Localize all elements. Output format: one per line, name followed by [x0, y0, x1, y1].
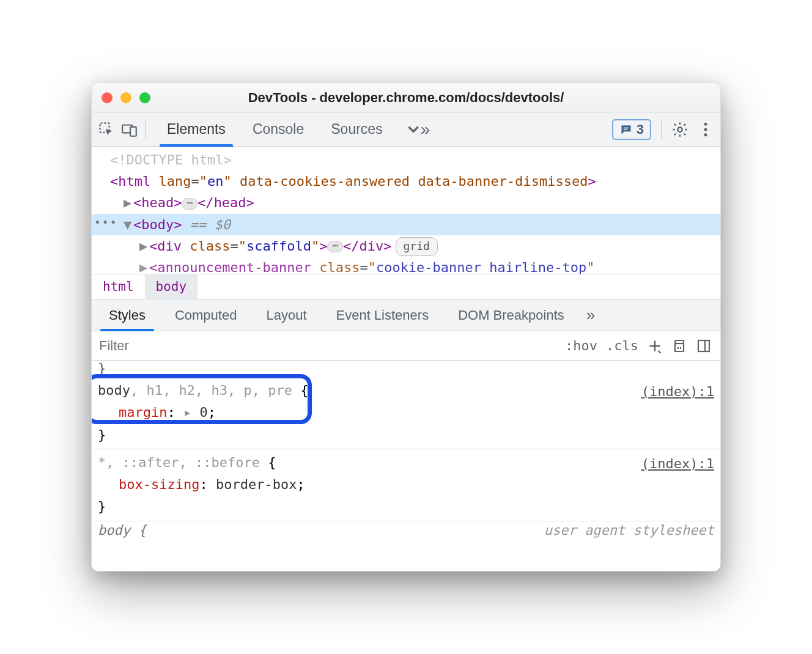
breadcrumb-html[interactable]: html — [92, 274, 145, 299]
expand-arrow-icon[interactable]: ▶ — [124, 192, 132, 213]
more-tabs-button[interactable]: » — [396, 112, 439, 146]
selection-dots-icon: ••• — [94, 214, 118, 232]
settings-icon[interactable] — [671, 121, 688, 138]
dom-html-element[interactable]: <html lang="en" data-cookies-answered da… — [92, 171, 720, 192]
kebab-menu-icon[interactable] — [697, 121, 714, 138]
styles-rules-pane[interactable]: } (index):1 body, h1, h2, h3, p, pre { m… — [92, 361, 720, 571]
maximize-window-button[interactable] — [139, 92, 150, 103]
minimize-window-button[interactable] — [120, 92, 131, 103]
dom-div-scaffold[interactable]: ▶<div class="scaffold">⋯</div>grid — [92, 235, 720, 257]
panel-tabs: Elements Console Sources » — [153, 112, 438, 146]
dom-doctype[interactable]: <!DOCTYPE html> — [92, 149, 720, 171]
collapse-arrow-icon[interactable]: ▼ — [124, 214, 132, 235]
window-title: DevTools - developer.chrome.com/docs/dev… — [92, 90, 720, 106]
breadcrumb-body[interactable]: body — [145, 274, 198, 299]
dom-body-element-selected[interactable]: ••• ▼<body> == $0 — [92, 214, 720, 235]
styles-filter-input[interactable] — [92, 338, 565, 354]
rule-source-link[interactable]: (index):1 — [641, 381, 714, 403]
dom-tree[interactable]: <!DOCTYPE html> <html lang="en" data-coo… — [92, 147, 720, 274]
stab-event-listeners[interactable]: Event Listeners — [322, 299, 444, 331]
issues-count: 3 — [637, 122, 644, 138]
svg-rect-2 — [130, 127, 136, 136]
panel-layout-icon[interactable] — [696, 338, 712, 354]
tab-label: Elements — [167, 121, 226, 138]
tab-console[interactable]: Console — [239, 112, 317, 146]
svg-point-6 — [704, 122, 707, 125]
window-controls — [102, 92, 150, 103]
copy-styles-icon[interactable] — [671, 338, 687, 354]
expand-arrow-icon[interactable]: ▶ — [139, 235, 148, 257]
tab-sources[interactable]: Sources — [317, 112, 396, 146]
message-icon — [619, 123, 633, 136]
svg-rect-3 — [624, 127, 629, 128]
dom-truncated-line[interactable]: ▶<announcement-banner class="cookie-bann… — [92, 257, 720, 274]
inspect-element-icon[interactable] — [98, 121, 115, 138]
dom-head-element[interactable]: ▶<head>⋯</head> — [92, 192, 720, 213]
rule-source-link[interactable]: (index):1 — [641, 453, 714, 475]
rule-selector[interactable]: *, ::after, ::before — [98, 455, 260, 470]
css-rule[interactable]: (index):1 body, h1, h2, h3, p, pre { mar… — [92, 377, 720, 449]
rule-partial-close: } — [92, 361, 720, 377]
ellipsis-badge[interactable]: ⋯ — [182, 198, 197, 210]
css-rule-peek[interactable]: body { user agent stylesheet — [92, 521, 720, 540]
css-declaration[interactable]: margin: ▸ 0; — [98, 402, 714, 424]
svg-point-8 — [704, 133, 707, 136]
tab-elements[interactable]: Elements — [153, 112, 239, 146]
main-toolbar: Elements Console Sources » 3 — [92, 112, 720, 147]
rule-selector[interactable]: body, h1, h2, h3, p, pre — [98, 383, 292, 398]
styles-filter-bar: :hov .cls — [92, 331, 720, 361]
stab-dom-breakpoints[interactable]: DOM Breakpoints — [443, 299, 579, 331]
tab-label: Console — [253, 121, 304, 138]
console-reference: == $0 — [190, 217, 231, 232]
expand-arrow-icon[interactable]: ▶ — [139, 257, 148, 274]
svg-point-5 — [677, 127, 682, 131]
hov-toggle[interactable]: :hov — [565, 338, 597, 353]
breadcrumb: html body — [92, 274, 720, 299]
devtools-window: DevTools - developer.chrome.com/docs/dev… — [91, 83, 721, 571]
toolbar-divider — [146, 120, 146, 139]
svg-rect-4 — [624, 129, 627, 130]
new-style-rule-icon[interactable] — [647, 338, 663, 354]
tab-label: Sources — [331, 121, 382, 138]
styles-tab-bar: Styles Computed Layout Event Listeners D… — [92, 299, 720, 331]
titlebar: DevTools - developer.chrome.com/docs/dev… — [92, 83, 720, 112]
cls-toggle[interactable]: .cls — [606, 338, 638, 353]
svg-rect-9 — [698, 340, 709, 351]
grid-layout-badge[interactable]: grid — [396, 237, 438, 256]
more-styles-tabs-button[interactable]: » — [579, 299, 602, 331]
close-window-button[interactable] — [102, 92, 113, 103]
device-toolbar-icon[interactable] — [121, 121, 138, 138]
stab-styles[interactable]: Styles — [94, 299, 160, 331]
svg-point-7 — [704, 128, 707, 131]
stab-computed[interactable]: Computed — [160, 299, 252, 331]
toolbar-divider — [661, 120, 662, 139]
stab-layout[interactable]: Layout — [251, 299, 321, 331]
ellipsis-badge[interactable]: ⋯ — [327, 241, 343, 252]
css-rule[interactable]: (index):1 *, ::after, ::before { box-siz… — [92, 449, 720, 521]
css-declaration[interactable]: box-sizing: border-box; — [98, 474, 714, 496]
issues-badge[interactable]: 3 — [612, 119, 651, 140]
